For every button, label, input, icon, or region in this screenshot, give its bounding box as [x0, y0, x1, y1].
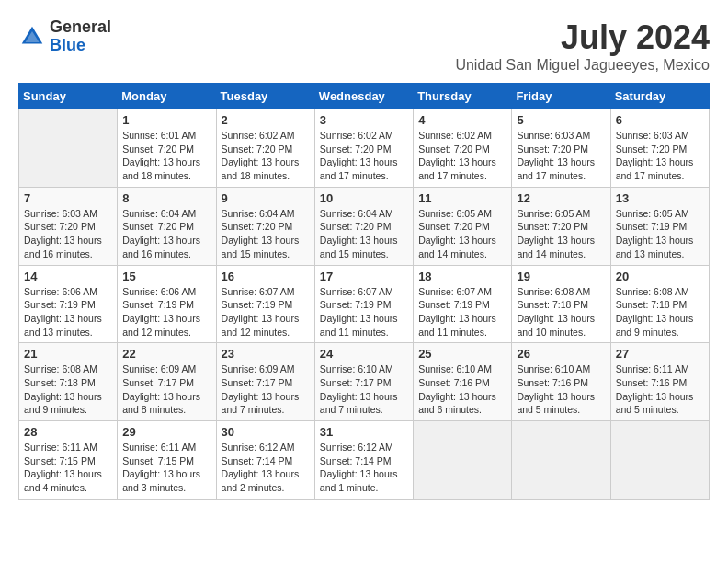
day-info: Sunrise: 6:03 AMSunset: 7:20 PMDaylight:…: [616, 129, 704, 183]
day-info: Sunrise: 6:09 AMSunset: 7:17 PMDaylight:…: [222, 362, 310, 417]
day-number: 9: [222, 191, 310, 205]
day-cell: 27Sunrise: 6:11 AMSunset: 7:16 PMDayligh…: [610, 343, 709, 421]
header-cell-saturday: Saturday: [610, 84, 709, 109]
page-header: General Blue July 2024 Unidad San Miguel…: [18, 18, 710, 74]
day-cell: 5Sunrise: 6:03 AMSunset: 7:20 PMDaylight…: [512, 109, 610, 188]
day-cell: [19, 109, 118, 188]
day-info: Sunrise: 6:06 AMSunset: 7:19 PMDaylight:…: [122, 285, 210, 339]
logo: General Blue: [18, 18, 111, 55]
day-cell: 11Sunrise: 6:05 AMSunset: 7:20 PMDayligh…: [414, 187, 512, 265]
header-cell-thursday: Thursday: [414, 84, 512, 109]
day-cell: [414, 421, 512, 500]
month-year: July 2024: [455, 18, 710, 57]
day-number: 31: [320, 425, 408, 439]
day-cell: 28Sunrise: 6:11 AMSunset: 7:15 PMDayligh…: [19, 421, 118, 500]
week-row-5: 28Sunrise: 6:11 AMSunset: 7:15 PMDayligh…: [19, 421, 710, 500]
day-cell: [512, 421, 610, 500]
day-info: Sunrise: 6:11 AMSunset: 7:15 PMDaylight:…: [24, 441, 112, 495]
day-info: Sunrise: 6:11 AMSunset: 7:15 PMDaylight:…: [122, 441, 210, 495]
day-cell: 10Sunrise: 6:04 AMSunset: 7:20 PMDayligh…: [314, 187, 413, 265]
day-cell: 6Sunrise: 6:03 AMSunset: 7:20 PMDaylight…: [610, 109, 709, 188]
day-number: 16: [222, 270, 310, 283]
calendar-header: SundayMondayTuesdayWednesdayThursdayFrid…: [19, 84, 710, 109]
day-info: Sunrise: 6:04 AMSunset: 7:20 PMDaylight:…: [122, 207, 210, 261]
day-number: 8: [122, 191, 210, 205]
day-info: Sunrise: 6:05 AMSunset: 7:20 PMDaylight:…: [517, 207, 605, 261]
day-info: Sunrise: 6:05 AMSunset: 7:20 PMDaylight:…: [418, 207, 506, 261]
day-number: 29: [122, 425, 210, 439]
day-info: Sunrise: 6:09 AMSunset: 7:17 PMDaylight:…: [122, 362, 210, 417]
day-number: 4: [418, 113, 506, 127]
day-number: 26: [517, 347, 605, 361]
day-cell: 24Sunrise: 6:10 AMSunset: 7:17 PMDayligh…: [314, 343, 413, 421]
day-cell: 9Sunrise: 6:04 AMSunset: 7:20 PMDaylight…: [216, 187, 314, 265]
day-number: 2: [222, 113, 310, 127]
day-info: Sunrise: 6:11 AMSunset: 7:16 PMDaylight:…: [616, 362, 704, 417]
day-cell: 21Sunrise: 6:08 AMSunset: 7:18 PMDayligh…: [19, 343, 118, 421]
day-number: 11: [418, 191, 506, 205]
day-cell: 14Sunrise: 6:06 AMSunset: 7:19 PMDayligh…: [19, 265, 118, 343]
day-info: Sunrise: 6:04 AMSunset: 7:20 PMDaylight:…: [320, 207, 408, 261]
day-number: 21: [24, 347, 112, 361]
day-cell: 30Sunrise: 6:12 AMSunset: 7:14 PMDayligh…: [216, 421, 314, 500]
logo-text: General Blue: [50, 18, 111, 55]
day-info: Sunrise: 6:10 AMSunset: 7:16 PMDaylight:…: [517, 362, 605, 417]
day-number: 6: [616, 113, 704, 127]
day-info: Sunrise: 6:08 AMSunset: 7:18 PMDaylight:…: [24, 362, 112, 417]
day-cell: 7Sunrise: 6:03 AMSunset: 7:20 PMDaylight…: [19, 187, 118, 265]
day-cell: 4Sunrise: 6:02 AMSunset: 7:20 PMDaylight…: [414, 109, 512, 188]
day-info: Sunrise: 6:08 AMSunset: 7:18 PMDaylight:…: [517, 285, 605, 339]
day-cell: 23Sunrise: 6:09 AMSunset: 7:17 PMDayligh…: [216, 343, 314, 421]
day-number: 12: [517, 191, 605, 205]
day-info: Sunrise: 6:10 AMSunset: 7:16 PMDaylight:…: [418, 362, 506, 417]
day-cell: 18Sunrise: 6:07 AMSunset: 7:19 PMDayligh…: [414, 265, 512, 343]
day-number: 18: [418, 270, 506, 283]
logo-blue: Blue: [50, 37, 111, 55]
day-cell: 3Sunrise: 6:02 AMSunset: 7:20 PMDaylight…: [314, 109, 413, 188]
day-info: Sunrise: 6:03 AMSunset: 7:20 PMDaylight:…: [24, 207, 112, 261]
day-number: 20: [616, 270, 704, 283]
calendar-body: 1Sunrise: 6:01 AMSunset: 7:20 PMDaylight…: [19, 109, 710, 500]
week-row-2: 7Sunrise: 6:03 AMSunset: 7:20 PMDaylight…: [19, 187, 710, 265]
day-number: 19: [517, 270, 605, 283]
logo-icon: [18, 23, 46, 51]
day-cell: 22Sunrise: 6:09 AMSunset: 7:17 PMDayligh…: [118, 343, 216, 421]
title-block: July 2024 Unidad San Miguel Jagueeyes, M…: [455, 18, 710, 74]
day-info: Sunrise: 6:05 AMSunset: 7:19 PMDaylight:…: [616, 207, 704, 261]
day-number: 3: [320, 113, 408, 127]
day-cell: 20Sunrise: 6:08 AMSunset: 7:18 PMDayligh…: [610, 265, 709, 343]
logo-general: General: [50, 18, 111, 37]
day-number: 25: [418, 347, 506, 361]
day-number: 27: [616, 347, 704, 361]
day-info: Sunrise: 6:06 AMSunset: 7:19 PMDaylight:…: [24, 285, 112, 339]
header-cell-friday: Friday: [512, 84, 610, 109]
day-cell: 26Sunrise: 6:10 AMSunset: 7:16 PMDayligh…: [512, 343, 610, 421]
week-row-4: 21Sunrise: 6:08 AMSunset: 7:18 PMDayligh…: [19, 343, 710, 421]
week-row-1: 1Sunrise: 6:01 AMSunset: 7:20 PMDaylight…: [19, 109, 710, 188]
header-cell-wednesday: Wednesday: [314, 84, 413, 109]
day-info: Sunrise: 6:07 AMSunset: 7:19 PMDaylight:…: [320, 285, 408, 339]
day-cell: 19Sunrise: 6:08 AMSunset: 7:18 PMDayligh…: [512, 265, 610, 343]
day-number: 30: [222, 425, 310, 439]
week-row-3: 14Sunrise: 6:06 AMSunset: 7:19 PMDayligh…: [19, 265, 710, 343]
day-info: Sunrise: 6:04 AMSunset: 7:20 PMDaylight:…: [222, 207, 310, 261]
header-row: SundayMondayTuesdayWednesdayThursdayFrid…: [19, 84, 710, 109]
day-cell: 29Sunrise: 6:11 AMSunset: 7:15 PMDayligh…: [118, 421, 216, 500]
day-number: 13: [616, 191, 704, 205]
day-info: Sunrise: 6:03 AMSunset: 7:20 PMDaylight:…: [517, 129, 605, 183]
day-number: 15: [122, 270, 210, 283]
day-cell: 13Sunrise: 6:05 AMSunset: 7:19 PMDayligh…: [610, 187, 709, 265]
header-cell-sunday: Sunday: [19, 84, 118, 109]
calendar-table: SundayMondayTuesdayWednesdayThursdayFrid…: [18, 83, 710, 500]
day-info: Sunrise: 6:02 AMSunset: 7:20 PMDaylight:…: [320, 129, 408, 183]
day-number: 28: [24, 425, 112, 439]
day-cell: 16Sunrise: 6:07 AMSunset: 7:19 PMDayligh…: [216, 265, 314, 343]
day-info: Sunrise: 6:02 AMSunset: 7:20 PMDaylight:…: [418, 129, 506, 183]
day-cell: 31Sunrise: 6:12 AMSunset: 7:14 PMDayligh…: [314, 421, 413, 500]
day-number: 10: [320, 191, 408, 205]
day-info: Sunrise: 6:07 AMSunset: 7:19 PMDaylight:…: [418, 285, 506, 339]
day-info: Sunrise: 6:01 AMSunset: 7:20 PMDaylight:…: [122, 129, 210, 183]
day-cell: 15Sunrise: 6:06 AMSunset: 7:19 PMDayligh…: [118, 265, 216, 343]
day-cell: 1Sunrise: 6:01 AMSunset: 7:20 PMDaylight…: [118, 109, 216, 188]
day-number: 22: [122, 347, 210, 361]
